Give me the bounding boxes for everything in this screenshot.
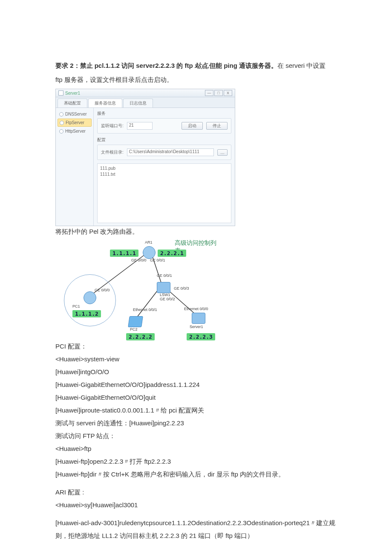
- text-line: <Huawei>ftp: [55, 442, 337, 455]
- sidebar-item-label: FtpServer: [66, 120, 84, 125]
- list-item[interactable]: 111.pub: [100, 166, 228, 171]
- sidebar-item-label: HttpServer: [65, 129, 86, 134]
- file-list[interactable]: 111.pub 1111.txt: [97, 163, 231, 223]
- stop-button[interactable]: 停止: [206, 122, 228, 130]
- port-label: GE 0/0/2: [160, 297, 175, 301]
- pc1-label: PC1: [72, 304, 80, 308]
- dot-icon: [59, 112, 63, 116]
- config-text: PCI 配置： <Huawei>system-view [Huawei]intg…: [55, 340, 337, 542]
- text-line: 测试访问 FTP 站点：: [55, 430, 337, 442]
- topology-diagram: 高级访问控制列表 AR1 1.1.1.1 2.2.2.1 GE 0/0/0 GE…: [68, 240, 217, 338]
- root-input[interactable]: C:\Users\Administrator\Desktop\1111: [127, 148, 214, 156]
- server-window: Server1 — □ X 基础配置 服务器信息 日志信息 DNSServer …: [55, 89, 235, 226]
- text-line: <Huawei>system-view: [55, 353, 337, 366]
- sidebar-item-dns[interactable]: DNSServer: [58, 110, 92, 118]
- heading-rest-normal: 在 serveri 中设置: [277, 62, 326, 69]
- service-group-title: 服务: [97, 110, 231, 116]
- heading-prefix: 要求 2：禁止 pcl.1.1.2 访问 server2.2.2.3 的 ftp: [55, 62, 195, 69]
- port-label: GE 0/0/1: [157, 273, 172, 278]
- heading: 要求 2：禁止 pcl.1.1.2 访问 server2.2.2.3 的 ftp…: [55, 60, 337, 71]
- sidebar-item-http[interactable]: HttpServer: [58, 128, 92, 135]
- dot-icon: [60, 121, 64, 125]
- ip-label: 2.2.2.1: [158, 250, 186, 257]
- text-line: PCI 配置：: [55, 340, 337, 353]
- server1-device: [192, 313, 205, 324]
- text-line: 测试与 serveri 的连通性：[Huawei]ping2.2.23: [55, 417, 337, 430]
- minimize-button[interactable]: —: [205, 90, 213, 96]
- switch-lsw1: [157, 282, 170, 293]
- text-line: [Huawei-GigabitEthernetO/O/O]quit: [55, 391, 337, 404]
- root-label: 文件根目录:: [101, 149, 124, 155]
- tabs: 基础配置 服务器信息 日志信息: [56, 97, 235, 108]
- svg-line-3: [167, 289, 196, 315]
- port-label: 监听端口号:: [101, 123, 124, 129]
- text-line: [Huawei-acl-adv-3001]ruledenytcpsource1.…: [55, 517, 337, 542]
- maximize-button[interactable]: □: [214, 90, 223, 96]
- lsw1-label: LSW1: [160, 293, 170, 297]
- text-line: [Huawei-ftp]dir〃按 Ctrl+K 忽略用户名和密码输入后，dir…: [55, 468, 337, 481]
- ar1-label: AR1: [145, 240, 153, 244]
- ip-label: 1.1.1.2: [72, 310, 101, 317]
- router-pc1: [84, 291, 96, 304]
- ip-label: 2.2.2.3: [187, 333, 215, 340]
- text-line: [Huawei-GigabitEthernetO/O/O]ipaddress1.…: [55, 378, 337, 391]
- svg-line-2: [135, 289, 159, 319]
- close-button[interactable]: X: [224, 90, 232, 96]
- router-ar1: [143, 246, 156, 259]
- start-button[interactable]: 启动: [182, 122, 203, 130]
- port-label: Ethernet 0/0/0: [184, 307, 208, 311]
- browse-button[interactable]: …: [217, 149, 228, 156]
- tab-log[interactable]: 日志信息: [123, 99, 153, 108]
- port-label: Ethernet 0/0/1: [133, 308, 157, 312]
- ip-label: 1.1.1.1: [110, 250, 138, 257]
- ip-label: 2.2.2.2: [126, 333, 155, 340]
- tab-server[interactable]: 服务器信息: [88, 99, 122, 108]
- text-line: <Huawei>sy[Huawei]acl3001: [55, 499, 337, 511]
- port-label: GE 0/0/1: [150, 258, 165, 262]
- pc2-label: PC2: [130, 327, 138, 331]
- sub-line: ftp 服务器，设置文件根目录后点击启动。: [55, 74, 337, 85]
- tab-basic[interactable]: 基础配置: [58, 99, 87, 108]
- server1-label: Server1: [190, 325, 203, 329]
- titlebar: Server1 — □ X: [56, 89, 235, 97]
- text-line: [Huawei]iproute-static0.0.0.001.1.1〃给 pc…: [55, 404, 337, 417]
- window-title: Server1: [65, 91, 80, 96]
- port-input[interactable]: 21: [127, 122, 153, 130]
- list-item[interactable]: 1111.txt: [100, 171, 228, 177]
- dot-icon: [59, 129, 63, 134]
- port-label: GE 0/0/0: [95, 288, 110, 292]
- text-line: [Huawei]intgO/O/O: [55, 366, 337, 378]
- server-sidebar: DNSServer FtpServer HttpServer: [56, 108, 94, 226]
- config-group-title: 配置: [97, 137, 231, 143]
- pc2-device: [128, 316, 143, 327]
- text-line: ARI 配置 :: [55, 486, 337, 499]
- port-label: GE 0/0/3: [174, 286, 189, 291]
- app-icon: [58, 90, 63, 96]
- caption: 将拓扑中的 Pel 改为路由器。: [55, 228, 337, 236]
- text-line: [Huawei-ftp]open2.2.2.3〃打开 ftp2.2.2.3: [55, 455, 337, 468]
- sidebar-item-ftp[interactable]: FtpServer: [58, 119, 92, 127]
- heading-rest-bold: 但能 ping 通该服务器。: [209, 62, 277, 69]
- sidebar-item-label: DNSServer: [65, 112, 87, 116]
- port-label: GE 0/0/0: [131, 258, 147, 262]
- heading-italic: 站点,: [195, 62, 209, 69]
